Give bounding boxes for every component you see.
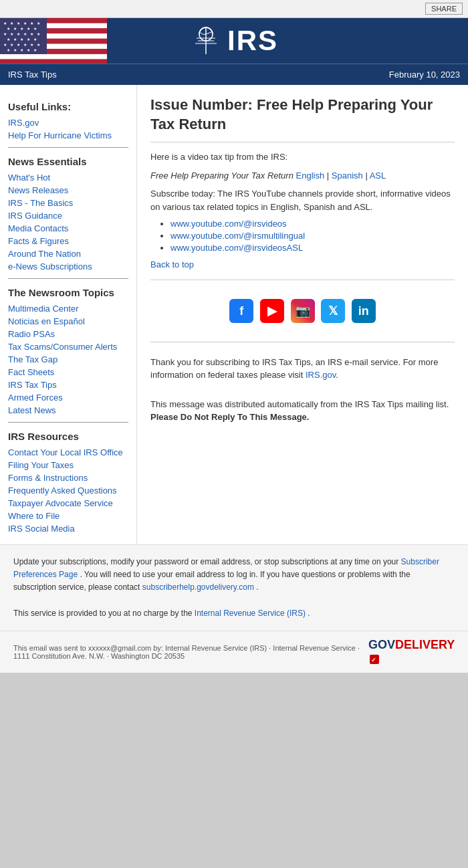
sidebar-link-media-contacts[interactable]: Media Contacts <box>8 223 128 233</box>
content-divider-1 <box>150 142 455 142</box>
link-spanish[interactable]: Spanish <box>332 171 363 181</box>
share-bar: SHARE <box>0 0 468 18</box>
sidebar: Useful Links: IRS.gov Help For Hurricane… <box>0 85 137 544</box>
divider-3 <box>8 422 128 423</box>
irs-logo: IRS <box>190 25 278 57</box>
youtube-link-2[interactable]: www.youtube.com/@irsmultilingual <box>170 231 305 241</box>
youtube-link-1[interactable]: www.youtube.com/@irsvideos <box>170 219 287 229</box>
divider-1 <box>8 147 128 148</box>
sidebar-link-multimedia[interactable]: Multimedia Center <box>8 304 128 314</box>
svg-text:★: ★ <box>17 43 20 47</box>
youtube-link-3[interactable]: www.youtube.com/@irsvideosASL <box>170 243 303 253</box>
sidebar-link-radio[interactable]: Radio PSAs <box>8 329 128 339</box>
link-english[interactable]: English <box>296 171 325 181</box>
svg-text:★: ★ <box>3 21 7 25</box>
sidebar-link-hurricane[interactable]: Help For Hurricane Victims <box>8 130 128 140</box>
sidebar-link-news-releases[interactable]: News Releases <box>8 185 128 195</box>
irs-resources-heading: IRS Resources <box>8 431 128 442</box>
irsgov-link[interactable]: IRS.gov <box>306 370 336 380</box>
sidebar-link-irsgov[interactable]: IRS.gov <box>8 118 128 128</box>
newsletter-title: IRS Tax Tips <box>8 70 57 80</box>
intro-text: Here is a video tax tip from the IRS: <box>150 150 455 164</box>
svg-rect-7 <box>0 54 107 60</box>
bottom-footer: Update your subscriptions, modify your p… <box>0 544 468 631</box>
sidebar-link-taxpayer-advocate[interactable]: Taxpayer Advocate Service <box>8 498 128 508</box>
svg-text:★: ★ <box>13 37 17 41</box>
svg-rect-8 <box>0 60 107 64</box>
sidebar-link-irs-guidance[interactable]: IRS Guidance <box>8 211 128 221</box>
sidebar-link-whats-hot[interactable]: What's Hot <box>8 173 128 183</box>
svg-text:★: ★ <box>37 32 40 36</box>
sidebar-link-irs-tax-tips[interactable]: IRS Tax Tips <box>8 380 128 390</box>
header: ★★★★★★ ★★★★★ ★★★★★★ ★★★★★ ★★★★★★ ★★★★★ I… <box>0 18 468 64</box>
back-to-top-link[interactable]: Back to top <box>150 259 194 269</box>
svg-text:✓: ✓ <box>371 657 376 663</box>
sidebar-link-filing-taxes[interactable]: Filing Your Taxes <box>8 460 128 470</box>
svg-text:★: ★ <box>13 48 17 52</box>
sidebar-link-where-to-file[interactable]: Where to File <box>8 511 128 521</box>
footer-paragraph-2: This service is provided to you at no ch… <box>13 607 455 620</box>
flag-image: ★★★★★★ ★★★★★ ★★★★★★ ★★★★★ ★★★★★★ ★★★★★ <box>0 18 107 64</box>
share-button[interactable]: SHARE <box>425 3 463 15</box>
twitter-icon: 𝕏 <box>321 299 345 323</box>
facebook-icon-link[interactable]: f <box>227 307 258 317</box>
sidebar-link-local-office[interactable]: Contact Your Local IRS Office <box>8 447 128 457</box>
sidebar-link-forms[interactable]: Forms & Instructions <box>8 473 128 483</box>
youtube-icon-link[interactable]: ▶ <box>258 307 289 317</box>
sidebar-link-irs-basics[interactable]: IRS - The Basics <box>8 198 128 208</box>
sidebar-link-facts-figures[interactable]: Facts & Figures <box>8 236 128 246</box>
instagram-icon-link[interactable]: 📷 <box>289 307 320 317</box>
sidebar-link-around-nation[interactable]: Around The Nation <box>8 249 128 259</box>
sidebar-link-noticias[interactable]: Noticias en Español <box>8 316 128 326</box>
sidebar-link-armed-forces[interactable]: Armed Forces <box>8 393 128 403</box>
svg-text:★: ★ <box>23 32 27 36</box>
sidebar-link-fact-sheets[interactable]: Fact Sheets <box>8 367 128 377</box>
twitter-icon-link[interactable]: 𝕏 <box>319 307 350 317</box>
contact-link[interactable]: subscriberhelp.govdelivery.com <box>142 582 254 592</box>
sidebar-link-social-media[interactable]: IRS Social Media <box>8 524 128 534</box>
sidebar-link-tax-scams[interactable]: Tax Scams/Consumer Alerts <box>8 342 128 352</box>
svg-text:★: ★ <box>27 37 30 41</box>
content-divider-2 <box>150 280 455 280</box>
sidebar-link-latest-news[interactable]: Latest News <box>8 405 128 415</box>
svg-text:★: ★ <box>27 48 30 52</box>
svg-text:★: ★ <box>10 32 13 36</box>
footer-p2-end: . <box>308 609 310 618</box>
email-footer-text: This email was sent to xxxxxx@gmail.com … <box>13 644 368 660</box>
italic-line: Free Help Preparing Your Tax Return Engl… <box>150 169 455 183</box>
svg-text:★: ★ <box>7 27 10 31</box>
very-bottom-bar: This email was sent to xxxxxx@gmail.com … <box>0 631 468 673</box>
main-container: Useful Links: IRS.gov Help For Hurricane… <box>0 85 468 544</box>
useful-links-heading: Useful Links: <box>8 101 128 112</box>
linkedin-icon: in <box>352 299 376 323</box>
svg-text:★: ★ <box>7 37 10 41</box>
footer-paragraph-1: Update your subscriptions, modify your p… <box>13 556 455 594</box>
svg-text:★: ★ <box>33 27 37 31</box>
link-asl[interactable]: ASL <box>370 171 386 181</box>
sidebar-link-faq[interactable]: Frequently Asked Questions <box>8 485 128 496</box>
svg-text:★: ★ <box>33 48 37 52</box>
svg-text:★: ★ <box>23 21 27 25</box>
svg-text:★: ★ <box>20 27 23 31</box>
svg-text:★: ★ <box>13 27 17 31</box>
svg-text:★: ★ <box>27 27 30 31</box>
separator-1: | <box>327 171 332 181</box>
distributed-text: This message was distributed automatical… <box>150 393 455 429</box>
subscribe-text: Subscribe today: The IRS YouTube channel… <box>150 187 455 213</box>
irs-link[interactable]: Internal Revenue Service (IRS) <box>195 609 306 618</box>
newsroom-topics-heading: The Newsroom Topics <box>8 287 128 298</box>
content-divider-3 <box>150 342 455 342</box>
main-content: Issue Number: Free Help Preparing Your T… <box>137 85 468 544</box>
issue-title: Issue Number: Free Help Preparing Your T… <box>150 96 455 134</box>
svg-text:★: ★ <box>3 43 7 47</box>
svg-text:★: ★ <box>33 37 37 41</box>
footer-p1-start: Update your subscriptions, modify your p… <box>13 557 398 566</box>
linkedin-icon-link[interactable]: in <box>350 307 378 317</box>
title-bar: IRS Tax Tips February 10, 2023 <box>0 64 468 85</box>
sidebar-link-tax-gap[interactable]: The Tax Gap <box>8 354 128 364</box>
svg-text:★: ★ <box>30 32 33 36</box>
svg-text:★: ★ <box>30 21 33 25</box>
govdelivery-logo: GOVDELIVERY ✓ <box>368 638 455 666</box>
sidebar-link-enews[interactable]: e-News Subscriptions <box>8 261 128 272</box>
list-item-3: www.youtube.com/@irsvideosASL <box>170 243 455 253</box>
